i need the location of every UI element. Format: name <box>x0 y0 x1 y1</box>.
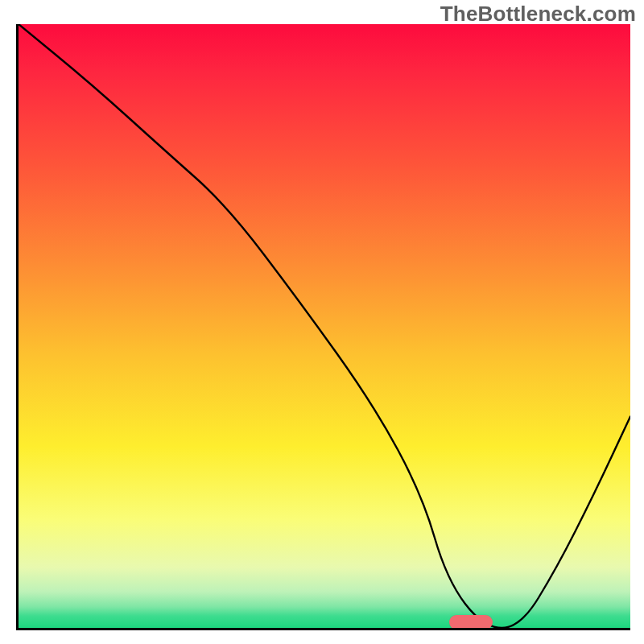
watermark-text: TheBottleneck.com <box>440 2 636 27</box>
chart-plot-area <box>16 24 630 630</box>
chart-container: TheBottleneck.com <box>0 0 644 644</box>
bottleneck-curve <box>19 24 630 628</box>
optimal-point-marker <box>449 615 493 630</box>
